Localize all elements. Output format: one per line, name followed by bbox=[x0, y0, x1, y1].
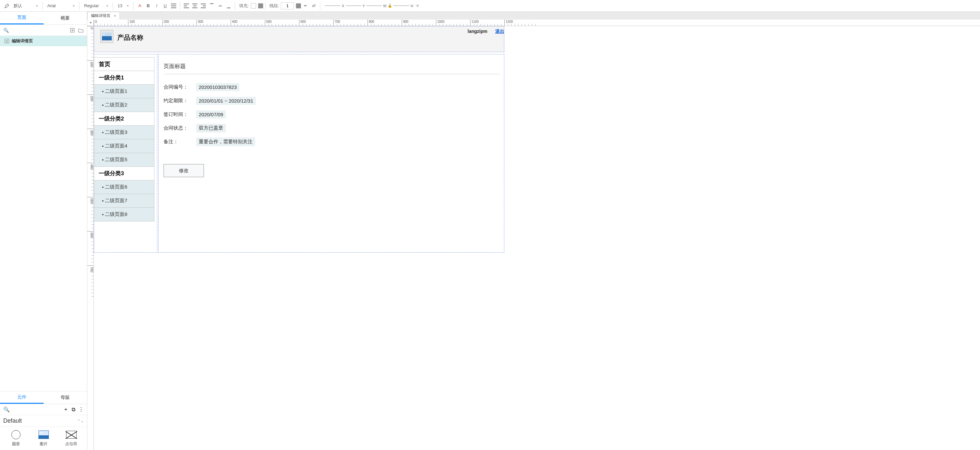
font-size-select[interactable]: 13 ▾ bbox=[115, 1, 131, 10]
fill-label: 填充: bbox=[239, 3, 249, 9]
align-center-icon[interactable] bbox=[191, 2, 199, 10]
stroke-label: 线段: bbox=[269, 3, 279, 9]
valign-top-icon[interactable]: ▔ bbox=[208, 2, 216, 10]
italic-icon[interactable]: I bbox=[153, 2, 161, 10]
font-family-select[interactable]: Arial ▾ bbox=[45, 1, 77, 10]
chevron-down-icon: ▾ bbox=[107, 4, 108, 8]
arrow-style-icon[interactable]: ⇄ bbox=[310, 2, 318, 10]
valign-middle-icon[interactable]: ═ bbox=[216, 2, 224, 10]
stroke-color-swatch[interactable] bbox=[296, 3, 301, 8]
chevron-down-icon: ▾ bbox=[127, 4, 129, 8]
fill-color-swatch-2[interactable] bbox=[258, 3, 263, 8]
top-toolbar: 默认 ▾ Arial ▾ Regular ▾ 13 ▾ A B I U ▔ ═ … bbox=[0, 0, 980, 12]
align-right-icon[interactable] bbox=[199, 2, 208, 10]
style-preset-select[interactable]: 默认 ▾ bbox=[11, 1, 40, 10]
font-size-value: 13 bbox=[118, 3, 122, 8]
bold-icon[interactable]: B bbox=[144, 2, 153, 10]
line-style-icon[interactable]: ━ bbox=[301, 2, 310, 10]
chevron-down-icon: ▾ bbox=[36, 4, 38, 8]
align-left-icon[interactable] bbox=[182, 2, 191, 10]
fill-color-swatch[interactable] bbox=[251, 3, 256, 8]
font-weight-value: Regular bbox=[84, 3, 99, 8]
chevron-down-icon: ▾ bbox=[73, 4, 75, 8]
valign-bottom-icon[interactable]: ▁ bbox=[224, 2, 233, 10]
bullet-list-icon[interactable] bbox=[169, 2, 178, 10]
stroke-width-input[interactable] bbox=[281, 2, 294, 10]
pencil-icon[interactable] bbox=[3, 2, 11, 10]
visibility-icon[interactable]: 👁 bbox=[416, 3, 420, 8]
font-weight-select[interactable]: Regular ▾ bbox=[81, 1, 111, 10]
position-size-controls: X Y W 🔓 H 👁 bbox=[325, 3, 420, 8]
text-color-icon[interactable]: A bbox=[135, 2, 144, 10]
lock-icon[interactable]: 🔓 bbox=[388, 3, 392, 8]
underline-icon[interactable]: U bbox=[161, 2, 169, 10]
font-family-value: Arial bbox=[47, 3, 56, 8]
style-preset-value: 默认 bbox=[14, 3, 22, 9]
